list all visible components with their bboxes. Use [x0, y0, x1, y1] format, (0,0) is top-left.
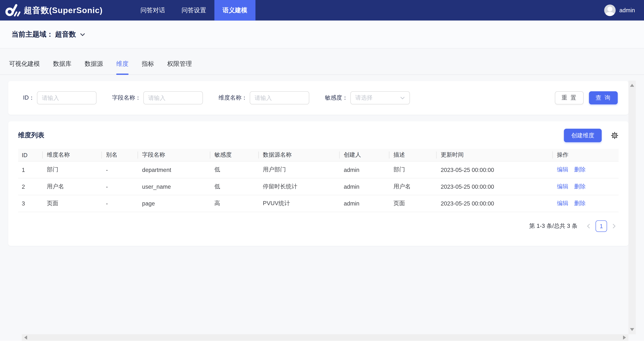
cell-id: 1: [18, 161, 43, 178]
cell-creator: admin: [340, 195, 389, 212]
gear-icon[interactable]: [611, 132, 619, 140]
app-root: 超音数(SuperSonic) 问答对话 问答设置 语义建模 admin 当前主…: [0, 0, 644, 343]
delete-link[interactable]: 删除: [574, 183, 586, 190]
cell-name: 页面: [43, 195, 102, 212]
vertical-scrollbar[interactable]: [628, 81, 636, 334]
tab-dimension[interactable]: 维度: [114, 60, 130, 75]
cell-field: page: [138, 195, 210, 212]
table-row: 3 页面 - page 高 PVUV统计 admin 页面 2023-05-25…: [18, 195, 618, 212]
panel-title: 维度列表: [18, 131, 44, 140]
user-menu[interactable]: admin: [604, 0, 644, 21]
id-input[interactable]: [37, 91, 96, 104]
delete-link[interactable]: 删除: [574, 166, 586, 173]
cell-id: 2: [18, 178, 43, 195]
user-avatar: [604, 5, 616, 16]
filter-panel: ID： 字段名称： 维度名称： 敏感度： 请选择 重 置 查 询: [8, 81, 628, 115]
select-placeholder: 请选择: [355, 94, 372, 102]
tab-visual-modeling[interactable]: 可视化建模: [8, 60, 42, 75]
cell-alias: -: [102, 178, 138, 195]
sensitivity-select[interactable]: 请选择: [350, 91, 410, 104]
cell-field: department: [138, 161, 210, 178]
scroll-up-icon[interactable]: [630, 84, 634, 87]
username: admin: [619, 7, 635, 14]
search-button[interactable]: 查 询: [589, 91, 618, 104]
create-dimension-button[interactable]: 创建维度: [564, 129, 602, 142]
pagination: 第 1-3 条/总共 3 条 1: [18, 220, 618, 232]
nav-item-qa-chat[interactable]: 问答对话: [132, 0, 174, 21]
filter-group-sensitivity: 敏感度： 请选择: [325, 91, 410, 104]
filter-label-field-name: 字段名称：: [112, 94, 141, 102]
filter-actions: 重 置 查 询: [555, 91, 618, 104]
scroll-left-icon[interactable]: [24, 335, 27, 339]
brand[interactable]: 超音数(SuperSonic): [0, 0, 128, 21]
domain-value: 超音数: [55, 30, 76, 39]
nav-item-qa-settings[interactable]: 问答设置: [173, 0, 214, 21]
cell-updated: 2023-05-25 00:00:00: [436, 195, 553, 212]
table-row: 2 用户名 - user_name 低 停留时长统计 admin 用户名 202…: [18, 178, 618, 195]
top-navbar: 超音数(SuperSonic) 问答对话 问答设置 语义建模 admin: [0, 0, 644, 21]
cell-description: 用户名: [390, 178, 437, 195]
cell-description: 部门: [390, 161, 437, 178]
tab-database[interactable]: 数据库: [51, 60, 73, 75]
col-actions: 操作: [553, 149, 618, 162]
col-description: 描述: [390, 149, 437, 162]
scroll-right-icon[interactable]: [623, 335, 626, 339]
next-page-button[interactable]: [610, 221, 618, 231]
cell-datasource: PVUV统计: [259, 195, 340, 212]
table-header-row: ID 维度名称 别名 字段名称 敏感度 数据源名称 创建人 描述 更新时间 操作: [18, 149, 618, 162]
tab-metric[interactable]: 指标: [140, 60, 156, 75]
cell-datasource: 用户部门: [259, 161, 340, 178]
cell-name: 部门: [43, 161, 102, 178]
cell-actions: 编辑 删除: [553, 178, 618, 195]
cell-sensitivity: 低: [210, 161, 259, 178]
field-name-input[interactable]: [144, 91, 203, 104]
bottom-strip: [0, 341, 644, 343]
filter-group-dimension-name: 维度名称：: [218, 91, 309, 104]
cell-field: user_name: [138, 178, 210, 195]
cell-alias: -: [102, 161, 138, 178]
chevron-down-icon: [400, 96, 405, 100]
nav-item-semantic-modeling[interactable]: 语义建模: [214, 0, 256, 21]
delete-link[interactable]: 删除: [574, 200, 586, 206]
edit-link[interactable]: 编辑: [557, 183, 568, 190]
col-creator: 创建人: [340, 149, 389, 162]
page-1-button[interactable]: 1: [596, 220, 607, 232]
edit-link[interactable]: 编辑: [557, 166, 568, 173]
col-field-name: 字段名称: [138, 149, 210, 162]
domain-bar: 当前主题域： 超音数: [0, 21, 644, 49]
dimension-name-input[interactable]: [250, 91, 309, 104]
cell-creator: admin: [340, 178, 389, 195]
cell-actions: 编辑 删除: [553, 161, 618, 178]
col-sensitivity: 敏感度: [210, 149, 259, 162]
pagination-summary: 第 1-3 条/总共 3 条: [529, 222, 578, 230]
chevron-down-icon: [80, 32, 85, 36]
cell-datasource: 停留时长统计: [259, 178, 340, 195]
scroll-down-icon[interactable]: [630, 328, 634, 331]
filter-group-id: ID：: [23, 91, 96, 104]
main-nav: 问答对话 问答设置 语义建模: [132, 0, 256, 21]
cell-sensitivity: 低: [210, 178, 259, 195]
cell-updated: 2023-05-25 00:00:00: [436, 161, 553, 178]
reset-button[interactable]: 重 置: [555, 91, 584, 104]
col-dimension-name: 维度名称: [43, 149, 102, 162]
supersonic-logo-icon: [5, 4, 20, 17]
cell-actions: 编辑 删除: [553, 195, 618, 212]
domain-selector[interactable]: 超音数: [53, 30, 85, 39]
cell-alias: -: [102, 195, 138, 212]
model-tabs: 可视化建模 数据库 数据源 维度 指标 权限管理: [0, 49, 644, 75]
cell-updated: 2023-05-25 00:00:00: [436, 178, 553, 195]
horizontal-scrollbar[interactable]: [22, 334, 628, 341]
tab-datasource[interactable]: 数据源: [83, 60, 105, 75]
cell-sensitivity: 高: [210, 195, 259, 212]
col-datasource-name: 数据源名称: [259, 149, 340, 162]
edit-link[interactable]: 编辑: [557, 200, 568, 206]
filter-label-dimension-name: 维度名称：: [218, 94, 247, 102]
tab-permission[interactable]: 权限管理: [166, 60, 194, 75]
cell-creator: admin: [340, 161, 389, 178]
cell-id: 3: [18, 195, 43, 212]
filter-label-id: ID：: [23, 94, 34, 102]
prev-page-button[interactable]: [584, 221, 593, 231]
col-update-time: 更新时间: [436, 149, 553, 162]
dimension-table: ID 维度名称 别名 字段名称 敏感度 数据源名称 创建人 描述 更新时间 操作…: [18, 149, 618, 212]
table-row: 1 部门 - department 低 用户部门 admin 部门 2023-0…: [18, 161, 618, 178]
